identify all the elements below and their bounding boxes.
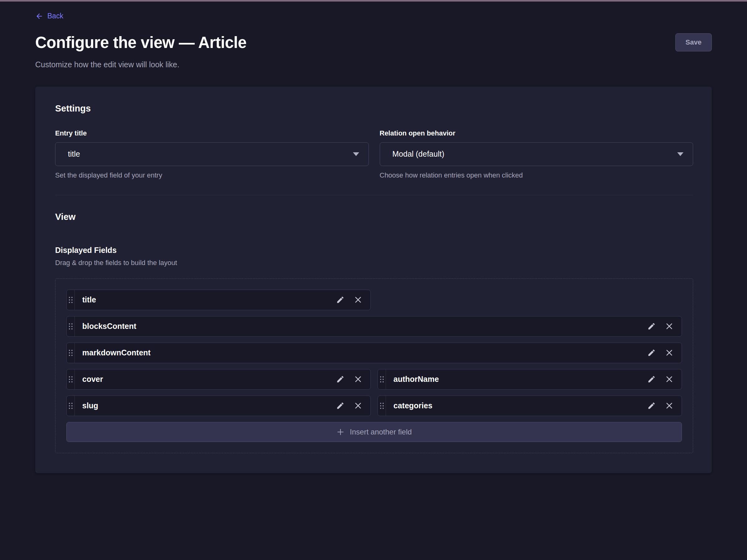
fields-dropzone: title blocksContent: [55, 278, 693, 453]
remove-field-button[interactable]: [665, 375, 673, 383]
relation-behavior-value: Modal (default): [392, 150, 444, 159]
field-row-markdownContent: markdownContent: [66, 343, 682, 363]
edit-field-button[interactable]: [336, 375, 344, 383]
edit-field-button[interactable]: [647, 348, 656, 357]
environment-strip: [0, 0, 747, 2]
drag-dots-icon: [69, 376, 73, 382]
drag-handle[interactable]: [67, 290, 75, 310]
field-row-categories: categories: [378, 396, 682, 416]
remove-field-button[interactable]: [354, 296, 362, 304]
drag-handle[interactable]: [67, 369, 75, 389]
save-button[interactable]: Save: [675, 33, 712, 51]
entry-title-field: Entry title title Set the displayed fiel…: [55, 129, 369, 179]
settings-heading: Settings: [55, 103, 693, 114]
chevron-down-icon: [353, 152, 359, 156]
drag-dots-icon: [69, 350, 73, 356]
relation-behavior-hint: Choose how relation entries open when cl…: [380, 171, 693, 179]
drag-handle[interactable]: [378, 369, 386, 389]
drag-dots-icon: [380, 403, 384, 409]
remove-field-button[interactable]: [665, 322, 673, 330]
remove-field-button[interactable]: [665, 348, 673, 357]
configure-view-page: Back Configure the view — Article Save C…: [0, 12, 747, 473]
drag-handle[interactable]: [378, 396, 386, 416]
remove-field-button[interactable]: [354, 401, 362, 410]
edit-field-button[interactable]: [336, 401, 344, 410]
page-title: Configure the view — Article: [35, 33, 247, 52]
remove-field-button[interactable]: [665, 401, 673, 410]
field-row-blocksContent: blocksContent: [66, 316, 682, 337]
insert-field-button[interactable]: Insert another field: [66, 422, 682, 442]
insert-field-label: Insert another field: [350, 428, 412, 436]
drag-dots-icon: [380, 376, 384, 382]
edit-field-button[interactable]: [647, 375, 656, 383]
drag-handle[interactable]: [67, 396, 75, 416]
back-link[interactable]: Back: [35, 12, 63, 20]
entry-title-hint: Set the displayed field of your entry: [55, 171, 369, 179]
field-name: blocksContent: [75, 322, 136, 331]
field-name: title: [75, 295, 96, 304]
view-heading: View: [55, 212, 693, 222]
page-subtitle: Customize how the edit view will look li…: [35, 60, 712, 69]
relation-behavior-field: Relation open behavior Modal (default) C…: [380, 129, 693, 179]
field-row-slug: slug: [66, 396, 371, 416]
field-row-title: title: [66, 290, 371, 310]
section-divider: [55, 195, 693, 195]
field-name: authorName: [386, 375, 439, 384]
entry-title-label: Entry title: [55, 129, 369, 137]
field-name: markdownContent: [75, 348, 151, 357]
drag-handle[interactable]: [67, 316, 75, 337]
back-label: Back: [47, 12, 63, 20]
entry-title-value: title: [68, 150, 80, 159]
displayed-fields-label: Displayed Fields: [55, 246, 693, 255]
field-row-authorName: authorName: [378, 369, 682, 390]
field-row-cover: cover: [66, 369, 371, 390]
plus-icon: [336, 428, 344, 436]
relation-behavior-label: Relation open behavior: [380, 129, 693, 137]
back-arrow-icon: [35, 12, 43, 20]
drag-dots-icon: [69, 297, 73, 303]
field-name: cover: [75, 375, 103, 384]
drag-handle[interactable]: [67, 343, 75, 363]
edit-field-button[interactable]: [647, 322, 656, 330]
settings-card: Settings Entry title title Set the displ…: [35, 87, 712, 473]
edit-field-button[interactable]: [647, 401, 656, 410]
relation-behavior-select[interactable]: Modal (default): [380, 142, 693, 166]
drag-dots-icon: [69, 403, 73, 409]
edit-field-button[interactable]: [336, 296, 344, 304]
field-name: categories: [386, 401, 432, 410]
drag-dots-icon: [69, 323, 73, 329]
field-name: slug: [75, 401, 98, 410]
drag-drop-hint: Drag & drop the fields to build the layo…: [55, 259, 693, 267]
remove-field-button[interactable]: [354, 375, 362, 383]
entry-title-select[interactable]: title: [55, 142, 369, 166]
chevron-down-icon: [677, 152, 684, 156]
